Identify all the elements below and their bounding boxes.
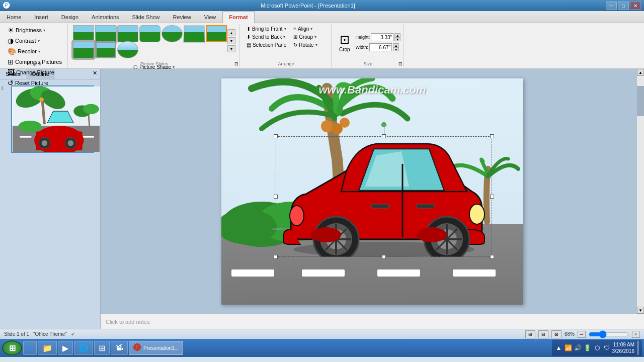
canvas-area: ▲ ▼ www.Bandicam.com <box>101 69 644 329</box>
notes-placeholder: Click to add notes <box>106 319 149 325</box>
width-down[interactable]: ▼ <box>393 47 399 51</box>
style-thumb-4[interactable] <box>139 25 160 42</box>
tray-sound[interactable]: 🔊 <box>574 344 582 352</box>
ie-icon: ℯ <box>28 343 32 353</box>
style-thumb-6[interactable] <box>183 25 205 42</box>
scroll-thumb[interactable] <box>637 86 644 116</box>
slide-canvas[interactable]: ▲ ▼ www.Bandicam.com <box>101 69 644 314</box>
align-btn[interactable]: ≡ Align▾ <box>291 25 319 33</box>
zoom-out-btn[interactable]: ─ <box>578 331 586 338</box>
explorer-icon: 📁 <box>42 343 52 353</box>
start-button[interactable]: ⊞ <box>2 340 22 355</box>
style-thumb-3[interactable] <box>117 25 138 42</box>
slide-sorter-btn[interactable]: ⊟ <box>538 330 548 338</box>
style-thumb-10[interactable] <box>117 41 138 58</box>
style-scroll-up[interactable]: ▲ <box>227 29 235 36</box>
taskbar-mediaplayer[interactable]: ▶ <box>58 341 73 355</box>
tray-antivirus[interactable]: 🛡 <box>603 344 611 352</box>
tab-home[interactable]: Home <box>0 11 28 23</box>
brightness-icon: ☀ <box>8 26 14 34</box>
scroll-up-btn[interactable]: ▲ <box>637 69 644 76</box>
taskbar-video[interactable]: 📽 <box>111 341 128 355</box>
programs-icon: ⊞ <box>99 343 105 353</box>
tray-bluetooth[interactable]: ⬡ <box>593 344 601 352</box>
style-thumb-7[interactable] <box>206 25 227 42</box>
contrast-btn[interactable]: ◑ Contrast▾ <box>5 36 64 46</box>
size-inputs: Height: ▲ ▼ Width: ▲ ▼ <box>356 33 401 51</box>
tab-animations[interactable]: Animations <box>85 11 125 23</box>
tray-network[interactable]: 📶 <box>565 344 573 352</box>
style-thumb-2[interactable] <box>95 25 116 42</box>
taskbar-programs[interactable]: ⊞ <box>94 341 110 355</box>
taskbar-ie[interactable]: ℯ <box>23 341 37 355</box>
taskbar-ppt[interactable]: 🅟 Presentation1... <box>129 341 183 355</box>
watermark: www.Bandicam.com <box>318 83 426 97</box>
tab-design[interactable]: Design <box>55 11 85 23</box>
send-to-back-btn[interactable]: ⬇ Send to Back▾ <box>244 33 289 41</box>
tab-format[interactable]: Format <box>222 11 254 23</box>
reading-view-btn[interactable]: ⊠ <box>551 330 561 338</box>
height-row: Height: ▲ ▼ <box>356 33 401 41</box>
notes-bar[interactable]: Click to add notes <box>101 314 644 329</box>
contrast-icon: ◑ <box>8 37 14 45</box>
bring-to-front-btn[interactable]: ⬆ Bring to Front▾ <box>244 25 289 33</box>
scroll-down-btn[interactable]: ▼ <box>637 307 644 314</box>
maximize-btn[interactable]: □ <box>618 2 629 10</box>
normal-view-btn[interactable]: ⊞ <box>525 330 535 338</box>
tab-slideshow[interactable]: Slide Show <box>126 11 167 23</box>
video-icon: 📽 <box>115 343 123 352</box>
tab-review[interactable]: Review <box>167 11 198 23</box>
selection-pane-btn[interactable]: ▤ Selection Pane <box>244 41 289 49</box>
zoom-level: 68% <box>565 331 575 337</box>
panel-close-btn[interactable]: ✕ <box>90 69 100 79</box>
picture-styles-expand[interactable]: ⊡ <box>234 61 238 66</box>
zoom-slider[interactable] <box>589 331 629 337</box>
minimize-btn[interactable]: ─ <box>606 2 617 10</box>
taskbar-clock: 11:09 AM 3/26/2016 <box>612 341 635 354</box>
tray-arrow[interactable]: ▲ <box>555 344 563 352</box>
title-bar: 🅟 Microsoft PowerPoint - [Presentation1]… <box>0 0 644 11</box>
crop-icon: ⊡ <box>340 33 350 47</box>
change-picture-icon: 🖼 <box>8 68 15 76</box>
slide-list: 1 <box>0 79 100 159</box>
slide-preview-svg <box>12 86 100 152</box>
height-up[interactable]: ▲ <box>394 33 400 37</box>
slide-panel: Slides Outline ✕ 1 <box>0 69 101 329</box>
recolor-icon: 🎨 <box>8 47 16 55</box>
slide-thumbnail-1[interactable] <box>11 85 94 153</box>
style-expand[interactable]: ▼ <box>227 45 235 52</box>
brightness-btn[interactable]: ☀ Brightness▾ <box>5 25 64 35</box>
selection-pane-icon: ▤ <box>247 42 251 48</box>
recolor-btn[interactable]: 🎨 Recolor▾ <box>5 46 64 56</box>
ribbon-tabs: Home Insert Design Animations Slide Show… <box>0 11 644 23</box>
change-picture-btn[interactable]: 🖼 Change Picture <box>5 67 64 77</box>
height-down[interactable]: ▼ <box>394 37 400 41</box>
height-label: Height: <box>356 35 370 40</box>
size-expand[interactable]: ⊡ <box>398 61 403 66</box>
style-thumb-1[interactable] <box>73 25 94 42</box>
width-up[interactable]: ▲ <box>393 43 399 47</box>
zoom-in-btn[interactable]: + <box>632 331 640 338</box>
taskbar-chrome[interactable]: 🌐 <box>74 341 93 355</box>
style-scroll-controls: ▲ ▼ ▼ <box>227 29 235 52</box>
crop-btn[interactable]: ⊡ Crop <box>336 30 354 55</box>
style-thumb-9[interactable] <box>95 41 116 58</box>
scroll-track <box>637 76 644 307</box>
ribbon: Home Insert Design Animations Slide Show… <box>0 11 644 69</box>
taskbar-explorer[interactable]: 📁 <box>38 341 57 355</box>
group-btn[interactable]: ⊞ Group▾ <box>291 33 319 41</box>
rotate-btn[interactable]: ↻ Rotate▾ <box>291 41 319 49</box>
height-input[interactable] <box>371 33 393 41</box>
adjust-group: ☀ Brightness▾ ◑ Contrast▾ 🎨 Recolor▾ ⊞ C… <box>2 24 68 67</box>
tray-battery[interactable]: 🔋 <box>584 344 592 352</box>
close-btn[interactable]: ✕ <box>630 2 641 10</box>
style-scroll-down[interactable]: ▼ <box>227 37 235 44</box>
theme-name: "Office Theme" <box>33 331 67 337</box>
tab-insert[interactable]: Insert <box>28 11 55 23</box>
style-thumb-5[interactable] <box>162 25 183 42</box>
style-thumb-8[interactable] <box>73 41 94 58</box>
width-input[interactable] <box>369 43 392 51</box>
show-desktop-btn[interactable] <box>637 341 639 355</box>
tab-view[interactable]: View <box>198 11 223 23</box>
svg-point-54 <box>311 227 341 242</box>
